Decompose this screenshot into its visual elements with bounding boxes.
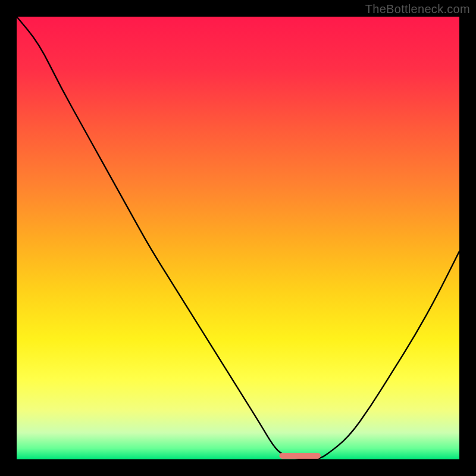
gradient-background [17, 17, 459, 459]
plot-area [17, 17, 459, 459]
chart-frame: TheBottleneck.com [0, 0, 476, 476]
chart-svg [17, 17, 459, 459]
watermark-text: TheBottleneck.com [365, 2, 470, 16]
